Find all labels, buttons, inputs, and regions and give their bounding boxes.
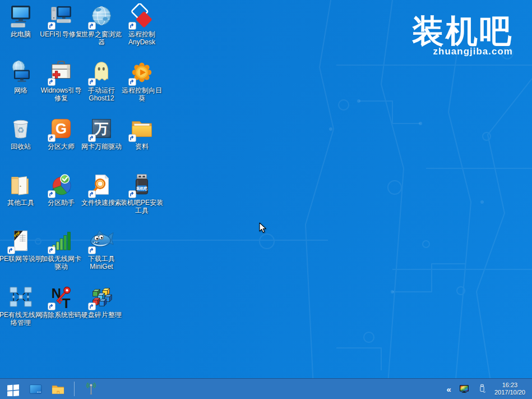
desktop-icon-uefi-repair[interactable]: UEFI引导修复 [41, 3, 81, 57]
desktop-icon-recycle-bin[interactable]: 回收站 [1, 116, 41, 169]
twb-browser-icon [89, 3, 114, 29]
display-icon [29, 382, 43, 396]
diskgenius-icon [48, 116, 74, 141]
folder-icon [51, 382, 65, 396]
desktop-icon-ghost[interactable]: 手动运行Ghost12 [81, 59, 122, 113]
nt-password-icon [48, 284, 74, 310]
docs-folder-icon [129, 116, 155, 141]
desktop-icon-label: 远程控制向日葵 [119, 87, 164, 102]
shortcut-arrow-icon [7, 246, 15, 254]
shortcut-arrow-icon [128, 78, 136, 86]
desktop-icon-label: 世界之窗浏览器 [79, 31, 124, 46]
defrag-icon [89, 284, 114, 310]
desktop-icon-twb-browser[interactable]: 世界之窗浏览器 [81, 3, 122, 57]
mouse-cursor [259, 222, 266, 233]
desktop-icon-network[interactable]: 网络 [1, 59, 41, 113]
clock-date: 2017/10/20 [494, 389, 525, 396]
shortcut-arrow-icon [48, 246, 55, 254]
desktop-icon-lan-driver[interactable]: 网卡万能驱动 [81, 116, 122, 169]
desktop-icon-label: 分区大师 [39, 143, 84, 151]
taskbar: « 16:23 2017/10/20 [0, 378, 532, 399]
shortcut-arrow-icon [88, 190, 96, 198]
desktop-icon-label: 文件快速搜索 [79, 199, 124, 207]
desktop-icon-label: 分区助手 [39, 199, 84, 207]
pe-installer-icon [129, 172, 155, 198]
desktop-icon-label: 加载无线网卡驱动 [39, 255, 84, 270]
shortcut-arrow-icon [88, 22, 96, 30]
windows-repair-icon [48, 59, 74, 85]
shortcut-arrow-icon [88, 78, 96, 86]
network-icon [8, 59, 34, 85]
anydesk-icon [129, 3, 155, 29]
start-button[interactable] [6, 382, 20, 396]
file-explorer-button[interactable] [50, 382, 65, 396]
shortcut-arrow-icon [48, 134, 55, 142]
tray-usb-button[interactable] [477, 383, 488, 395]
taskbar-separator [74, 382, 75, 396]
desktop-icon-pdf-readme[interactable]: PE联网等说明 [1, 228, 41, 282]
desktop-icon-label: 回收站 [0, 143, 43, 151]
tray-expand-chevron[interactable]: « [446, 379, 452, 399]
antenna-icon [84, 382, 98, 396]
desktop-icon-label: 下载工具MiniGet [79, 255, 124, 270]
desktop-icon-label: 资料 [119, 143, 164, 151]
shortcut-arrow-icon [48, 78, 55, 86]
recycle-bin-icon [8, 116, 34, 141]
desktop-icon-label: 清除系统密码 [39, 311, 84, 319]
desktop-icon-label: 网络 [0, 87, 43, 95]
ghost-icon [89, 59, 114, 85]
clock-time: 16:23 [494, 382, 525, 389]
desktop-icon-sunflower[interactable]: 远程控制向日葵 [122, 59, 162, 113]
tray-clock[interactable]: 16:23 2017/10/20 [494, 382, 525, 396]
desktop-icon-label: 此电脑 [0, 31, 43, 39]
desktop-icon-diskgenius[interactable]: 分区大师 [41, 116, 81, 169]
color-display-icon [459, 383, 470, 395]
shortcut-arrow-icon [88, 302, 96, 310]
brand-title: 装机吧 [412, 13, 513, 48]
desktop-icon-pe-installer[interactable]: 装机吧PE安装工具 [122, 172, 162, 226]
desktop-icon-pe-net-manager[interactable]: PE有线无线网络管理 [1, 284, 41, 338]
desktop-icon-partition-assistant[interactable]: 分区助手 [41, 172, 81, 226]
desktop-icon-label: PE联网等说明 [0, 255, 43, 263]
shortcut-arrow-icon [88, 134, 96, 142]
desktop-icon-miniget[interactable]: 下载工具MiniGet [81, 228, 122, 282]
desktop-icon-wifi-driver[interactable]: 加载无线网卡驱动 [41, 228, 81, 282]
desktop-icon-this-pc[interactable]: 此电脑 [1, 3, 41, 57]
desktop[interactable]: 装机吧 zhuangjiba.com 此电脑 UEFI引导修复 世界之窗浏览器 … [0, 0, 532, 399]
show-desktop-button[interactable] [28, 382, 43, 396]
desktop-icon-label: 手动运行Ghost12 [79, 87, 124, 102]
shortcut-arrow-icon [48, 22, 55, 30]
sunflower-icon [129, 59, 155, 85]
shortcut-arrow-icon [128, 190, 136, 198]
pdf-readme-icon [8, 228, 34, 254]
uefi-repair-icon [48, 3, 74, 29]
this-pc-icon [8, 3, 34, 29]
taskbar-left [0, 379, 98, 399]
desktop-icon-label: 装机吧PE安装工具 [119, 199, 164, 214]
desktop-icon-label: PE有线无线网络管理 [0, 311, 43, 327]
desktop-icon-other-tools[interactable]: 其他工具 [1, 172, 41, 226]
desktop-icon-file-search[interactable]: 文件快速搜索 [81, 172, 122, 226]
system-tray: « 16:23 2017/10/20 [446, 379, 532, 399]
brand-watermark: 装机吧 zhuangjiba.com [412, 13, 513, 57]
desktop-icon-label: 网卡万能驱动 [79, 143, 124, 151]
desktop-icon-defrag[interactable]: 硬盘碎片整理 [81, 284, 122, 338]
desktop-icon-anydesk[interactable]: 远程控制AnyDesk [122, 3, 162, 57]
brand-url: zhuangjiba.com [412, 46, 513, 57]
file-search-icon [89, 172, 114, 198]
other-tools-icon [8, 172, 34, 198]
shortcut-arrow-icon [48, 302, 55, 310]
tray-display-button[interactable] [459, 383, 470, 395]
wifi-driver-icon [48, 228, 74, 254]
usb-drive-icon [477, 383, 488, 395]
desktop-icon-docs-folder[interactable]: 资料 [122, 116, 162, 169]
miniget-icon [89, 228, 114, 254]
shortcut-arrow-icon [88, 246, 96, 254]
wireless-tool-button[interactable] [84, 382, 98, 396]
desktop-icon-label: Widnows引导修复 [39, 87, 84, 102]
desktop-icon-windows-repair[interactable]: Widnows引导修复 [41, 59, 81, 113]
desktop-icon-nt-password[interactable]: 清除系统密码 [41, 284, 81, 338]
desktop-icon-label: 硬盘碎片整理 [79, 311, 124, 319]
shortcut-arrow-icon [128, 134, 136, 142]
desktop-icon-label: 其他工具 [0, 199, 43, 207]
